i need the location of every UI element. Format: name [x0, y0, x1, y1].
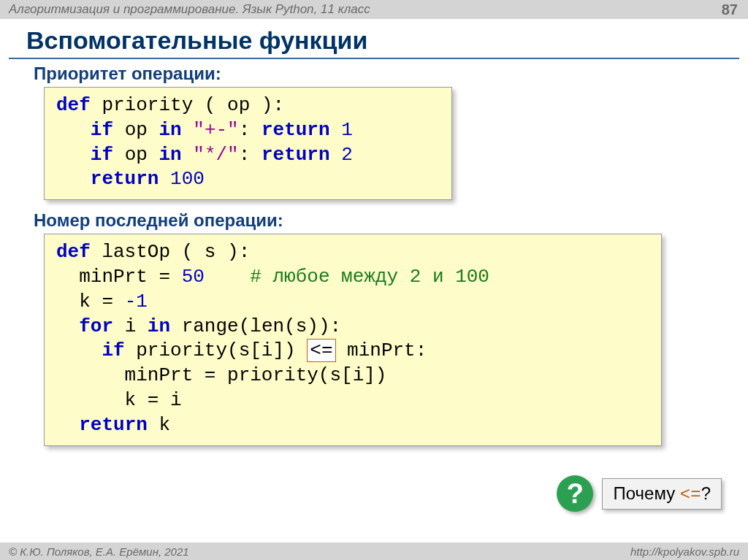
fn-name: lastOp ( s ): — [91, 241, 250, 263]
indent — [56, 119, 91, 141]
kw-for: for — [79, 315, 113, 337]
footer-bar: © К.Ю. Поляков, Е.А. Ерёмин, 2021 http:/… — [0, 542, 748, 560]
num-literal: 1 — [341, 119, 353, 141]
txt: k = — [56, 291, 125, 312]
kw-return: return — [91, 168, 159, 190]
code-box-lastop: def lastOp ( s ): minPrt = 50 # любое ме… — [44, 234, 662, 445]
indent — [56, 414, 79, 436]
header-bar: Алгоритмизация и программирование. Язык … — [0, 0, 748, 19]
footer-copyright: © К.Ю. Поляков, Е.А. Ерёмин, 2021 — [9, 545, 189, 558]
kw-def: def — [56, 94, 91, 116]
txt: i — [113, 315, 148, 337]
indent — [56, 144, 91, 166]
sp — [182, 119, 194, 141]
callout-text: ? — [701, 483, 711, 503]
kw-return: return — [262, 119, 330, 141]
kw-in: in — [159, 144, 181, 166]
kw-if: if — [91, 119, 113, 141]
sp — [330, 144, 342, 166]
callout-text: Почему — [613, 483, 679, 503]
txt: range(len(s)): — [170, 315, 341, 337]
sp — [330, 119, 342, 141]
txt: : — [239, 144, 262, 166]
kw-in: in — [159, 119, 181, 141]
txt: priority(s[i]) — [125, 340, 308, 361]
sp — [182, 144, 194, 166]
num-literal: 100 — [170, 168, 205, 190]
code-line: minPrt = priority(s[i]) — [56, 364, 386, 386]
callout-bubble: Почему <=? — [602, 478, 722, 510]
code-line: k = i — [56, 389, 182, 411]
slide-title: Вспомогательные функции — [26, 26, 748, 55]
callout-operator: <= — [680, 485, 701, 505]
txt: op — [113, 144, 159, 166]
string-literal: "+-" — [193, 119, 238, 141]
title-rule — [9, 58, 739, 59]
string-literal: "*/" — [193, 144, 238, 166]
txt: op — [113, 119, 159, 141]
kw-def: def — [56, 241, 91, 263]
num-literal: 50 — [182, 266, 205, 288]
num-literal: -1 — [125, 291, 148, 312]
section1-heading: Приоритет операции: — [34, 64, 748, 84]
highlight-operator: <= — [307, 339, 335, 362]
kw-if: if — [91, 144, 113, 166]
question-mark-icon: ? — [557, 475, 593, 512]
sp — [159, 168, 170, 190]
kw-return: return — [262, 144, 330, 166]
txt: : — [239, 119, 262, 141]
section2-heading: Номер последней операции: — [34, 210, 748, 231]
txt: minPrt = — [56, 266, 182, 288]
kw-in: in — [148, 315, 170, 337]
course-title: Алгоритмизация и программирование. Язык … — [9, 2, 370, 17]
question-callout: ? Почему <=? — [557, 475, 722, 512]
indent — [56, 168, 91, 190]
comment: # любое между 2 и 100 — [250, 266, 489, 288]
page-number: 87 — [722, 1, 738, 18]
code-box-priority: def priority ( op ): if op in "+-": retu… — [44, 87, 452, 200]
txt: k — [148, 414, 170, 436]
fn-name: priority ( op ): — [91, 94, 284, 116]
kw-if: if — [102, 340, 124, 361]
sp — [205, 266, 250, 288]
num-literal: 2 — [341, 144, 353, 166]
indent — [56, 340, 102, 361]
footer-url: http://kpolyakov.spb.ru — [630, 545, 739, 558]
indent — [56, 315, 79, 337]
slide: Алгоритмизация и программирование. Язык … — [0, 0, 748, 560]
txt: minPrt: — [336, 340, 427, 361]
kw-return: return — [79, 414, 148, 436]
